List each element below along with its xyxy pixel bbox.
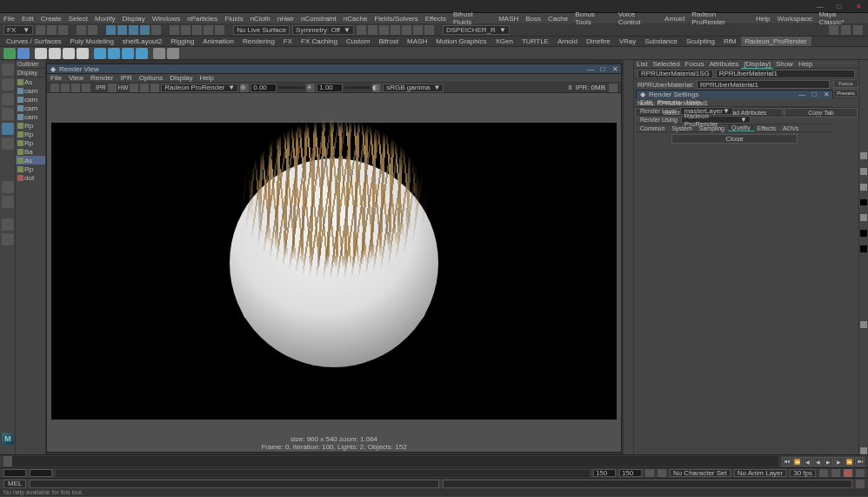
display-alpha-icon[interactable] bbox=[150, 84, 159, 92]
render-using-select[interactable]: Radeon ProRender▼ bbox=[681, 116, 751, 124]
zoom-icon[interactable]: ⊕ bbox=[240, 84, 249, 92]
ipr-icon[interactable] bbox=[379, 25, 389, 35]
fps-select[interactable]: 30 fps bbox=[790, 469, 816, 477]
shelf-tab[interactable]: Substance bbox=[640, 37, 682, 46]
sidebar-icon[interactable] bbox=[853, 25, 863, 35]
auto-key-icon[interactable] bbox=[645, 469, 654, 477]
step-forward-icon[interactable]: ▶ bbox=[834, 457, 844, 467]
range-start-field[interactable] bbox=[30, 469, 52, 477]
ae-tab-display[interactable]: [Display] bbox=[741, 60, 773, 69]
paint-tool-icon[interactable] bbox=[2, 93, 14, 105]
render-setup-icon[interactable] bbox=[413, 25, 423, 35]
shelf-tab[interactable]: RfM bbox=[719, 37, 741, 46]
menu-ncache[interactable]: nCache bbox=[344, 15, 368, 23]
rv-menu-display[interactable]: Display bbox=[170, 74, 192, 82]
rpr-import-icon[interactable] bbox=[49, 48, 61, 59]
color-swatch[interactable] bbox=[860, 447, 867, 454]
render-settings-titlebar[interactable]: ◆Render Settings —□✕ bbox=[637, 91, 832, 98]
menu-effects[interactable]: Effects bbox=[425, 15, 446, 23]
rotate-tool-icon[interactable] bbox=[2, 123, 14, 135]
menu-nconstraint[interactable]: nConstraint bbox=[301, 15, 337, 23]
zoom-field[interactable]: 0.00 bbox=[250, 84, 277, 92]
layout-persp-icon[interactable] bbox=[2, 218, 14, 231]
shelf-tab[interactable]: Poly Modeling bbox=[66, 37, 118, 46]
select-multi-icon[interactable] bbox=[151, 25, 161, 35]
ae-node-tab1[interactable]: RPRUberMaterial1SG bbox=[638, 70, 713, 78]
exposure-icon[interactable]: ☀ bbox=[306, 84, 315, 92]
move-tool-icon[interactable] bbox=[2, 108, 14, 120]
rv-close[interactable]: ✕ bbox=[609, 65, 621, 73]
save-scene-icon[interactable] bbox=[58, 25, 68, 35]
menu-modify[interactable]: Modify bbox=[95, 15, 116, 23]
redo-render-icon[interactable] bbox=[50, 84, 59, 92]
construction-history-icon[interactable] bbox=[357, 25, 366, 35]
rv-menu-ipr[interactable]: IPR bbox=[120, 74, 131, 82]
color-swatch[interactable] bbox=[860, 214, 867, 221]
module-selector[interactable]: FX▼ bbox=[3, 25, 33, 35]
render-view-titlebar[interactable]: ◆Render View —□✕ bbox=[47, 64, 621, 74]
menu-boss[interactable]: Boss bbox=[525, 15, 541, 23]
menu-voice[interactable]: Voice Control bbox=[618, 10, 658, 26]
layout-four-icon[interactable] bbox=[2, 196, 14, 208]
menu-windows[interactable]: Windows bbox=[152, 15, 180, 23]
shelf-tab[interactable]: Custom bbox=[342, 37, 375, 46]
menu-display[interactable]: Display bbox=[123, 15, 145, 23]
rs-minimize[interactable]: — bbox=[796, 91, 808, 98]
menu-mash[interactable]: MASH bbox=[498, 15, 518, 23]
rs-menu-edit[interactable]: Edit bbox=[640, 98, 652, 106]
ipr-toggle-icon[interactable] bbox=[108, 84, 117, 92]
rpr-material-icon[interactable] bbox=[153, 48, 165, 59]
menu-arnold[interactable]: Arnold bbox=[664, 15, 684, 23]
snap-grid-icon[interactable] bbox=[170, 25, 179, 35]
rv-menu-file[interactable]: File bbox=[50, 74, 62, 82]
select-edge-icon[interactable] bbox=[117, 25, 127, 35]
ae-tab[interactable]: Help bbox=[796, 60, 815, 68]
rv-menu-render[interactable]: Render bbox=[90, 74, 113, 82]
outliner-display-menu[interactable]: Display bbox=[16, 69, 45, 77]
layout-icon[interactable] bbox=[829, 25, 838, 35]
menu-fluids[interactable]: Fluids bbox=[224, 15, 243, 23]
play-forward-icon[interactable]: ▶ bbox=[824, 457, 833, 467]
ae-tab[interactable]: List bbox=[634, 60, 650, 68]
shelf-tab[interactable]: TURTLE bbox=[517, 37, 553, 46]
menu-bifrost[interactable]: Bifrost Fluids bbox=[453, 10, 491, 26]
menu-nparticles[interactable]: nParticles bbox=[187, 15, 217, 23]
ipr-stop-icon[interactable] bbox=[609, 84, 618, 92]
script-editor-icon[interactable] bbox=[856, 480, 865, 488]
step-forward-key-icon[interactable]: ⏩ bbox=[845, 457, 854, 467]
play-back-icon[interactable]: ◀ bbox=[813, 457, 823, 467]
shelf-tab[interactable]: FX Caching bbox=[297, 37, 342, 46]
loop-icon[interactable] bbox=[831, 469, 840, 477]
playback-options-icon[interactable] bbox=[819, 469, 828, 477]
color-swatch[interactable] bbox=[860, 245, 867, 252]
menu-select[interactable]: Select bbox=[69, 15, 88, 23]
exposure-slider[interactable] bbox=[344, 86, 371, 89]
menu-bonus[interactable]: Bonus Tools bbox=[575, 10, 611, 26]
render-view-canvas[interactable]: size: 960 x 540 zoom: 1.064 Frame: 0, It… bbox=[47, 93, 621, 452]
outliner-item-selected[interactable]: As bbox=[16, 156, 45, 165]
live-surface[interactable]: No Live Surface bbox=[233, 25, 290, 35]
zoom-slider[interactable] bbox=[278, 86, 304, 89]
layout-single-icon[interactable] bbox=[2, 181, 14, 193]
renderer-selector[interactable]: Radeon ProRender▼ bbox=[161, 84, 238, 92]
rpr-settings-icon[interactable] bbox=[77, 48, 89, 59]
render-icon[interactable] bbox=[82, 84, 90, 92]
range-track[interactable] bbox=[56, 470, 590, 477]
colorspace-selector[interactable]: sRGB gamma▼ bbox=[383, 84, 444, 92]
ae-focus-button[interactable]: Focus bbox=[833, 79, 858, 88]
panel-icon[interactable] bbox=[841, 25, 851, 35]
rpr-export-icon[interactable] bbox=[35, 48, 47, 59]
rs-tab[interactable]: Common bbox=[637, 124, 668, 131]
shelf-tab[interactable]: Sculpting bbox=[682, 37, 719, 46]
anim-end-field[interactable]: 150 bbox=[619, 469, 642, 477]
menu-create[interactable]: Create bbox=[41, 15, 62, 23]
rs-tab-quality[interactable]: Quality bbox=[728, 124, 754, 131]
ae-tab[interactable]: Selected bbox=[650, 60, 682, 68]
step-back-icon[interactable]: ◀ bbox=[803, 457, 812, 467]
set-key-icon[interactable] bbox=[658, 469, 666, 477]
outliner-item[interactable]: Rp bbox=[16, 138, 45, 147]
rpr-ibl-icon[interactable] bbox=[108, 48, 120, 59]
go-to-end-icon[interactable]: ⏭ bbox=[855, 457, 865, 467]
outliner-item[interactable]: Rp bbox=[16, 130, 45, 138]
snapshot-icon[interactable] bbox=[71, 84, 80, 92]
